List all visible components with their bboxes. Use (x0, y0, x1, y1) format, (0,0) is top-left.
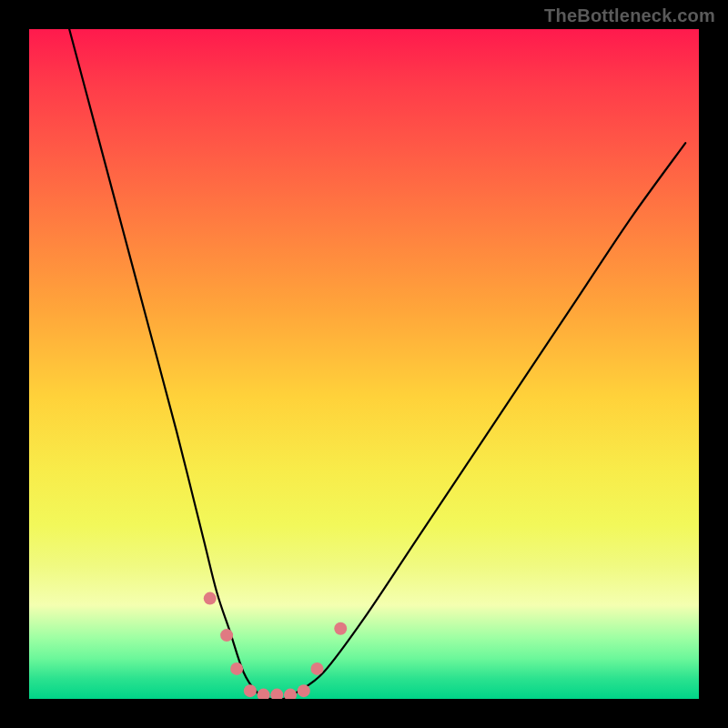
curve-marker (204, 592, 217, 605)
bottleneck-curve-svg (29, 29, 699, 699)
curve-marker (310, 662, 323, 675)
curve-marker (258, 689, 270, 699)
curve-marker (298, 684, 310, 697)
curve-marker (220, 629, 233, 642)
curve-marker (284, 689, 297, 699)
curve-layer (69, 29, 685, 699)
curve-marker (230, 662, 243, 675)
curve-marker (334, 622, 347, 635)
curve-marker (244, 684, 257, 697)
chart-frame: TheBottleneck.com (0, 0, 728, 728)
curve-markers (204, 592, 348, 699)
curve-marker (270, 689, 283, 699)
plot-area (29, 29, 699, 699)
bottleneck-curve (69, 29, 685, 699)
attribution-text: TheBottleneck.com (544, 5, 715, 26)
